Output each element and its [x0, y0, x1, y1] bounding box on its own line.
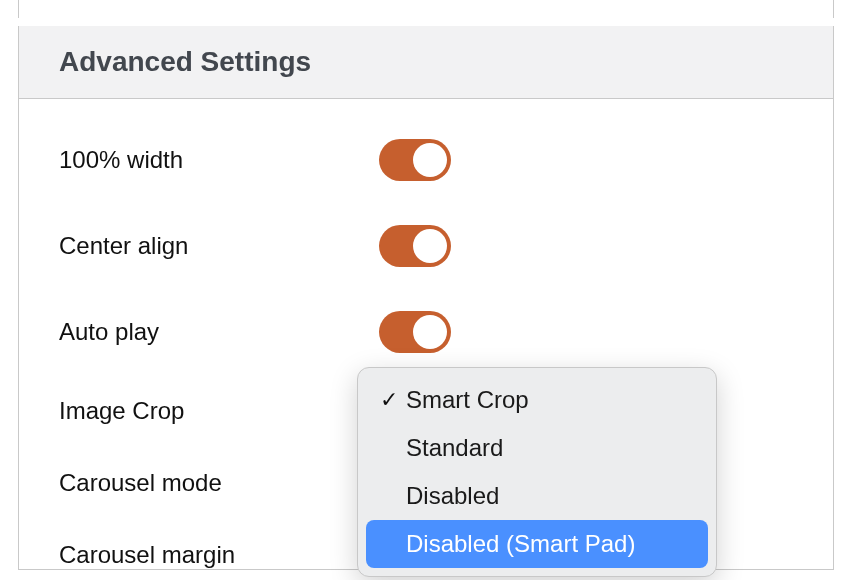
label-carousel-margin: Carousel margin	[59, 541, 379, 569]
menu-item-label: Standard	[402, 434, 503, 462]
label-100-width: 100% width	[59, 146, 379, 174]
toggle-center-align[interactable]	[379, 225, 451, 267]
menu-item-label: Smart Crop	[402, 386, 529, 414]
label-center-align: Center align	[59, 232, 379, 260]
label-image-crop: Image Crop	[59, 397, 379, 425]
image-crop-dropdown-menu[interactable]: ✓ Smart Crop Standard Disabled Disabled …	[357, 367, 717, 577]
row-100-width: 100% width	[59, 139, 793, 181]
menu-item-disabled[interactable]: Disabled	[366, 472, 708, 520]
toggle-thumb	[413, 143, 447, 177]
menu-item-smart-crop[interactable]: ✓ Smart Crop	[366, 376, 708, 424]
label-carousel-mode: Carousel mode	[59, 469, 379, 497]
previous-panel-bottom	[18, 0, 834, 18]
menu-item-label: Disabled	[402, 482, 499, 510]
row-center-align: Center align	[59, 225, 793, 267]
menu-item-disabled-smart-pad[interactable]: Disabled (Smart Pad)	[366, 520, 708, 568]
toggle-auto-play[interactable]	[379, 311, 451, 353]
row-auto-play: Auto play	[59, 311, 793, 353]
panel-title: Advanced Settings	[59, 46, 793, 78]
menu-item-label: Disabled (Smart Pad)	[402, 530, 635, 558]
toggle-100-width[interactable]	[379, 139, 451, 181]
toggle-thumb	[413, 315, 447, 349]
panel-header: Advanced Settings	[19, 26, 833, 99]
menu-item-standard[interactable]: Standard	[366, 424, 708, 472]
checkmark-icon: ✓	[376, 387, 402, 413]
label-auto-play: Auto play	[59, 318, 379, 346]
toggle-thumb	[413, 229, 447, 263]
